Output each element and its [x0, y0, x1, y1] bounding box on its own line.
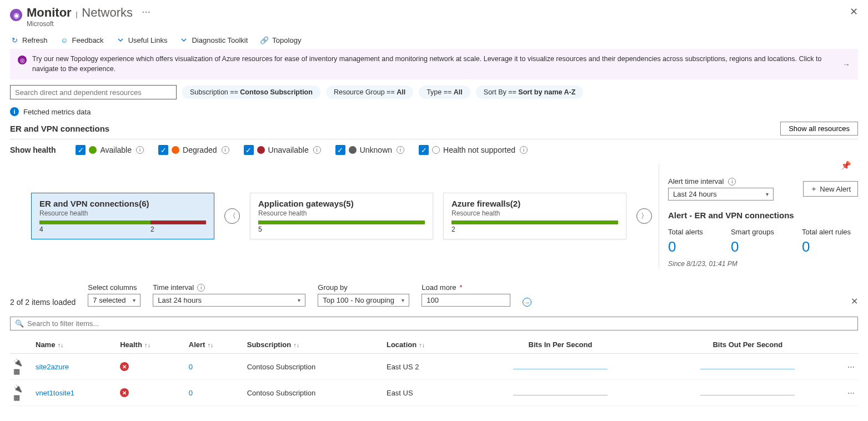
card-count-2: 2: [150, 225, 206, 233]
alert-rules-value[interactable]: 0: [802, 238, 851, 255]
refresh-icon: ↻: [10, 36, 19, 44]
resource-link[interactable]: vnet1tosite1: [36, 389, 74, 397]
col-health[interactable]: Health: [120, 340, 142, 349]
group-by-dropdown[interactable]: Top 100 - No grouping▾: [318, 294, 409, 307]
row-subscription: Contoso Subscription: [244, 354, 383, 380]
unavailable-checkbox[interactable]: ✓: [244, 145, 254, 155]
topology-banner[interactable]: ◎ Try our new Topology experience which …: [10, 49, 858, 79]
close-items-icon[interactable]: ✕: [851, 296, 858, 307]
feedback-button[interactable]: ☺ Feedback: [60, 36, 104, 44]
card-sub: Resource health: [451, 209, 618, 217]
resource-link[interactable]: site2azure: [36, 363, 69, 371]
sort-icon[interactable]: ↑↓: [144, 342, 150, 348]
col-bits-out[interactable]: Bits Out Per Second: [654, 336, 841, 354]
help-icon[interactable]: i: [313, 146, 321, 154]
col-location[interactable]: Location: [387, 340, 417, 349]
sort-icon[interactable]: ↑↓: [207, 342, 213, 348]
vendor-label: Microsoft: [27, 20, 850, 28]
refresh-label: Refresh: [22, 36, 48, 44]
total-alerts-value[interactable]: 0: [668, 238, 703, 255]
unavailable-label: Unavailable: [268, 146, 309, 154]
azure-firewalls-card[interactable]: Azure firewalls(2) Resource health 2: [443, 193, 626, 239]
help-icon[interactable]: i: [520, 146, 528, 154]
table-row: 🔌 ▦ site2azure ✕ 0 Contoso Subscription …: [10, 354, 858, 380]
help-icon[interactable]: i: [136, 146, 144, 154]
col-subscription[interactable]: Subscription: [247, 340, 291, 349]
row-more-icon[interactable]: ⋯: [841, 380, 858, 406]
sort-icon[interactable]: ↑↓: [57, 342, 63, 348]
select-columns-label: Select columns: [88, 283, 141, 292]
sort-icon[interactable]: ↑↓: [419, 342, 425, 348]
unsupported-label: Health not supported: [443, 146, 515, 154]
load-more-go-button[interactable]: →: [523, 298, 531, 307]
links-label: Useful Links: [128, 36, 168, 44]
next-card-button[interactable]: 〉: [636, 208, 652, 224]
alert-interval-select[interactable]: Last 24 hours▾: [668, 188, 774, 201]
title-separator: |: [76, 10, 77, 18]
load-more-input[interactable]: 100: [422, 294, 510, 307]
chevron-down-icon: [116, 36, 125, 44]
col-name[interactable]: Name: [36, 340, 55, 349]
select-columns-dropdown[interactable]: 7 selected▾: [88, 294, 141, 307]
card-title: Azure firewalls(2): [451, 199, 618, 208]
show-all-resources-button[interactable]: Show all resources: [780, 122, 858, 136]
topology-button[interactable]: 🔗 Topology: [260, 36, 301, 44]
app-gateways-card[interactable]: Application gateways(5) Resource health …: [250, 193, 433, 239]
pin-icon[interactable]: 📌: [841, 161, 851, 171]
degraded-label: Degraded: [183, 146, 217, 154]
monitor-service-icon: ◉: [10, 9, 22, 21]
resource-group-filter[interactable]: Resource Group == All: [326, 86, 413, 99]
smart-groups-value[interactable]: 0: [731, 238, 774, 255]
alerts-since: Since 8/1/23, 01:41 PM: [668, 260, 858, 268]
sparkline-in: [513, 363, 608, 369]
sort-icon[interactable]: ↑↓: [293, 342, 299, 348]
card-title: Application gateways(5): [258, 199, 425, 208]
topology-label: Topology: [272, 36, 301, 44]
degraded-dot-icon: [172, 146, 179, 154]
col-alert[interactable]: Alert: [189, 340, 205, 349]
unsupported-checkbox[interactable]: ✓: [419, 145, 429, 155]
refresh-button[interactable]: ↻ Refresh: [10, 36, 48, 44]
help-icon[interactable]: i: [397, 146, 404, 154]
degraded-checkbox[interactable]: ✓: [158, 145, 168, 155]
useful-links-button[interactable]: Useful Links: [116, 36, 168, 44]
page-subtitle: Networks: [82, 6, 133, 19]
new-alert-button[interactable]: ＋ New Alert: [803, 181, 858, 197]
sparkline-out: [700, 389, 795, 395]
subscription-filter[interactable]: Subscription == Contoso Subscription: [182, 86, 320, 99]
prev-card-button[interactable]: 〈: [224, 208, 240, 224]
available-dot-icon: [89, 146, 97, 154]
sort-filter[interactable]: Sort By == Sort by name A-Z: [476, 86, 584, 99]
diagnostic-toolkit-button[interactable]: Diagnostic Toolkit: [179, 36, 248, 44]
banner-arrow-icon[interactable]: →: [842, 60, 850, 69]
alerts-title: Alert - ER and VPN connections: [668, 210, 858, 220]
compass-icon: ◎: [18, 56, 27, 64]
resource-search-input[interactable]: [10, 85, 177, 99]
feedback-icon: ☺: [60, 36, 69, 44]
unavailable-dot-icon: [257, 146, 265, 154]
er-vpn-card[interactable]: ER and VPN connections(6) Resource healt…: [31, 193, 214, 239]
row-location: East US: [383, 380, 466, 406]
help-icon[interactable]: i: [222, 146, 229, 154]
alert-link[interactable]: 0: [189, 363, 193, 371]
card-sub: Resource health: [39, 209, 206, 217]
time-interval-dropdown[interactable]: Last 24 hours▾: [153, 294, 305, 307]
available-checkbox[interactable]: ✓: [76, 145, 86, 155]
search-icon: 🔍: [15, 319, 24, 328]
col-bits-in[interactable]: Bits In Per Second: [466, 336, 654, 354]
type-filter[interactable]: Type == All: [419, 86, 470, 99]
alert-link[interactable]: 0: [189, 389, 193, 397]
table-filter-field[interactable]: [27, 319, 853, 328]
table-filter-input[interactable]: 🔍: [10, 317, 858, 330]
more-menu-icon[interactable]: ⋯: [142, 7, 150, 17]
help-icon[interactable]: i: [728, 178, 736, 186]
fetched-label: Fetched metrics data: [23, 108, 91, 116]
card-sub: Resource health: [258, 209, 425, 217]
health-label: Show health: [10, 146, 56, 154]
card-count-1: 5: [258, 225, 262, 233]
resource-icon: ▦: [13, 367, 22, 375]
unknown-checkbox[interactable]: ✓: [335, 145, 345, 155]
help-icon[interactable]: i: [197, 284, 205, 292]
row-more-icon[interactable]: ⋯: [841, 354, 858, 380]
close-icon[interactable]: ✕: [850, 6, 858, 18]
